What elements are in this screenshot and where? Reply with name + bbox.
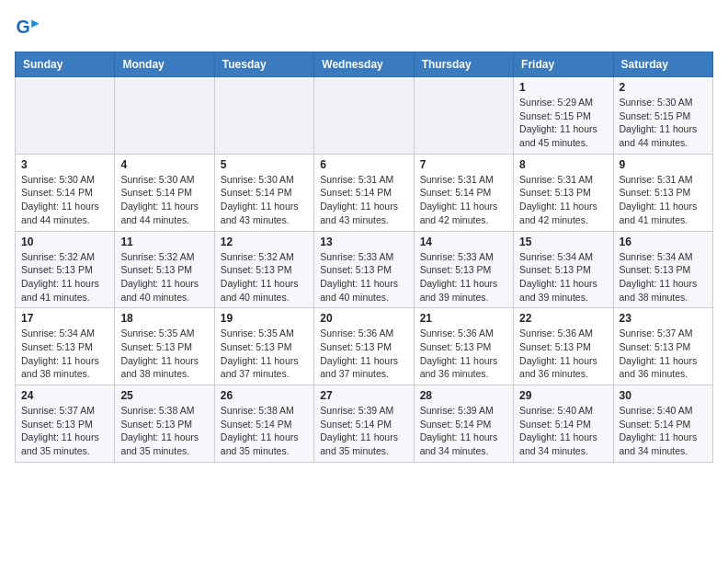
day-info: Sunrise: 5:34 AM Sunset: 5:13 PM Dayligh… (620, 250, 707, 304)
day-number: 27 (320, 389, 407, 402)
week-row-4: 17Sunrise: 5:34 AM Sunset: 5:13 PM Dayli… (16, 308, 713, 385)
day-number: 14 (420, 236, 507, 248)
day-number: 9 (620, 158, 707, 171)
day-info: Sunrise: 5:31 AM Sunset: 5:14 PM Dayligh… (320, 173, 407, 227)
day-info: Sunrise: 5:32 AM Sunset: 5:13 PM Dayligh… (221, 250, 308, 304)
day-info: Sunrise: 5:30 AM Sunset: 5:15 PM Dayligh… (620, 96, 707, 150)
week-row-2: 3Sunrise: 5:30 AM Sunset: 5:14 PM Daylig… (16, 154, 713, 231)
day-number: 28 (420, 389, 507, 402)
calendar-cell: 10Sunrise: 5:32 AM Sunset: 5:13 PM Dayli… (16, 231, 115, 308)
day-header-sunday: Sunday (16, 52, 115, 77)
day-info: Sunrise: 5:38 AM Sunset: 5:14 PM Dayligh… (221, 404, 308, 458)
day-header-wednesday: Wednesday (314, 52, 414, 77)
day-info: Sunrise: 5:29 AM Sunset: 5:15 PM Dayligh… (519, 96, 607, 150)
day-number: 18 (120, 312, 208, 325)
calendar-cell: 17Sunrise: 5:34 AM Sunset: 5:13 PM Dayli… (16, 308, 115, 385)
calendar-cell: 27Sunrise: 5:39 AM Sunset: 5:14 PM Dayli… (314, 385, 414, 463)
logo-icon: G (15, 15, 40, 40)
calendar-cell: 13Sunrise: 5:33 AM Sunset: 5:13 PM Dayli… (314, 231, 414, 308)
day-info: Sunrise: 5:32 AM Sunset: 5:13 PM Dayligh… (120, 250, 208, 304)
calendar-cell (16, 77, 115, 155)
day-number: 6 (320, 158, 407, 171)
calendar-cell: 19Sunrise: 5:35 AM Sunset: 5:13 PM Dayli… (214, 308, 313, 385)
days-of-week-row: SundayMondayTuesdayWednesdayThursdayFrid… (16, 52, 713, 77)
calendar-cell (314, 77, 414, 155)
calendar-cell: 25Sunrise: 5:38 AM Sunset: 5:13 PM Dayli… (115, 385, 214, 463)
day-info: Sunrise: 5:37 AM Sunset: 5:13 PM Dayligh… (21, 404, 108, 458)
day-number: 22 (519, 312, 607, 325)
day-info: Sunrise: 5:33 AM Sunset: 5:13 PM Dayligh… (320, 250, 407, 304)
calendar-body: 1Sunrise: 5:29 AM Sunset: 5:15 PM Daylig… (16, 77, 713, 463)
day-info: Sunrise: 5:40 AM Sunset: 5:14 PM Dayligh… (620, 404, 707, 458)
day-info: Sunrise: 5:30 AM Sunset: 5:14 PM Dayligh… (221, 173, 308, 227)
day-number: 19 (221, 312, 308, 325)
day-info: Sunrise: 5:31 AM Sunset: 5:13 PM Dayligh… (620, 173, 707, 227)
calendar-cell: 14Sunrise: 5:33 AM Sunset: 5:13 PM Dayli… (414, 231, 513, 308)
page-header: G (15, 15, 713, 40)
calendar-cell: 4Sunrise: 5:30 AM Sunset: 5:14 PM Daylig… (115, 154, 214, 231)
day-number: 13 (320, 236, 407, 248)
week-row-5: 24Sunrise: 5:37 AM Sunset: 5:13 PM Dayli… (16, 385, 713, 463)
day-header-saturday: Saturday (613, 52, 712, 77)
day-number: 12 (221, 236, 308, 248)
day-info: Sunrise: 5:31 AM Sunset: 5:14 PM Dayligh… (420, 173, 507, 227)
day-number: 4 (120, 158, 208, 171)
day-info: Sunrise: 5:37 AM Sunset: 5:13 PM Dayligh… (620, 327, 707, 381)
day-info: Sunrise: 5:33 AM Sunset: 5:13 PM Dayligh… (420, 250, 507, 304)
calendar-cell: 24Sunrise: 5:37 AM Sunset: 5:13 PM Dayli… (16, 385, 115, 463)
day-number: 23 (620, 312, 707, 325)
day-number: 5 (221, 158, 308, 171)
logo: G (15, 15, 44, 40)
calendar-cell: 30Sunrise: 5:40 AM Sunset: 5:14 PM Dayli… (613, 385, 712, 463)
week-row-1: 1Sunrise: 5:29 AM Sunset: 5:15 PM Daylig… (16, 77, 713, 155)
svg-marker-1 (31, 20, 39, 28)
day-number: 21 (420, 312, 507, 325)
day-number: 8 (519, 158, 607, 171)
calendar-cell (115, 77, 214, 155)
day-info: Sunrise: 5:36 AM Sunset: 5:13 PM Dayligh… (420, 327, 507, 381)
day-info: Sunrise: 5:36 AM Sunset: 5:13 PM Dayligh… (320, 327, 407, 381)
calendar-cell: 18Sunrise: 5:35 AM Sunset: 5:13 PM Dayli… (115, 308, 214, 385)
calendar-cell: 2Sunrise: 5:30 AM Sunset: 5:15 PM Daylig… (613, 77, 712, 155)
day-number: 20 (320, 312, 407, 325)
calendar-cell (214, 77, 313, 155)
calendar-cell: 23Sunrise: 5:37 AM Sunset: 5:13 PM Dayli… (613, 308, 712, 385)
calendar-cell: 20Sunrise: 5:36 AM Sunset: 5:13 PM Dayli… (314, 308, 414, 385)
day-number: 15 (519, 236, 607, 248)
day-info: Sunrise: 5:40 AM Sunset: 5:14 PM Dayligh… (519, 404, 607, 458)
calendar-cell (414, 77, 513, 155)
calendar-cell: 6Sunrise: 5:31 AM Sunset: 5:14 PM Daylig… (314, 154, 414, 231)
day-info: Sunrise: 5:32 AM Sunset: 5:13 PM Dayligh… (21, 250, 108, 304)
day-info: Sunrise: 5:36 AM Sunset: 5:13 PM Dayligh… (519, 327, 607, 381)
calendar-cell: 3Sunrise: 5:30 AM Sunset: 5:14 PM Daylig… (16, 154, 115, 231)
week-row-3: 10Sunrise: 5:32 AM Sunset: 5:13 PM Dayli… (16, 231, 713, 308)
day-number: 11 (120, 236, 208, 248)
day-header-friday: Friday (514, 52, 613, 77)
day-header-monday: Monday (115, 52, 214, 77)
day-number: 2 (620, 81, 707, 94)
day-number: 1 (519, 81, 607, 94)
day-number: 3 (21, 158, 108, 171)
day-number: 25 (120, 389, 208, 402)
day-info: Sunrise: 5:39 AM Sunset: 5:14 PM Dayligh… (320, 404, 407, 458)
calendar-cell: 28Sunrise: 5:39 AM Sunset: 5:14 PM Dayli… (414, 385, 513, 463)
calendar-header: SundayMondayTuesdayWednesdayThursdayFrid… (16, 52, 713, 77)
day-number: 30 (620, 389, 707, 402)
calendar-cell: 7Sunrise: 5:31 AM Sunset: 5:14 PM Daylig… (414, 154, 513, 231)
day-number: 16 (620, 236, 707, 248)
day-info: Sunrise: 5:30 AM Sunset: 5:14 PM Dayligh… (21, 173, 108, 227)
day-info: Sunrise: 5:35 AM Sunset: 5:13 PM Dayligh… (120, 327, 208, 381)
day-number: 26 (221, 389, 308, 402)
day-info: Sunrise: 5:39 AM Sunset: 5:14 PM Dayligh… (420, 404, 507, 458)
day-number: 24 (21, 389, 108, 402)
calendar-cell: 26Sunrise: 5:38 AM Sunset: 5:14 PM Dayli… (214, 385, 313, 463)
calendar-cell: 22Sunrise: 5:36 AM Sunset: 5:13 PM Dayli… (514, 308, 613, 385)
day-header-thursday: Thursday (414, 52, 513, 77)
day-info: Sunrise: 5:34 AM Sunset: 5:13 PM Dayligh… (21, 327, 108, 381)
day-header-tuesday: Tuesday (214, 52, 313, 77)
day-info: Sunrise: 5:35 AM Sunset: 5:13 PM Dayligh… (221, 327, 308, 381)
calendar-cell: 12Sunrise: 5:32 AM Sunset: 5:13 PM Dayli… (214, 231, 313, 308)
calendar-cell: 8Sunrise: 5:31 AM Sunset: 5:13 PM Daylig… (514, 154, 613, 231)
day-info: Sunrise: 5:34 AM Sunset: 5:13 PM Dayligh… (519, 250, 607, 304)
day-number: 29 (519, 389, 607, 402)
